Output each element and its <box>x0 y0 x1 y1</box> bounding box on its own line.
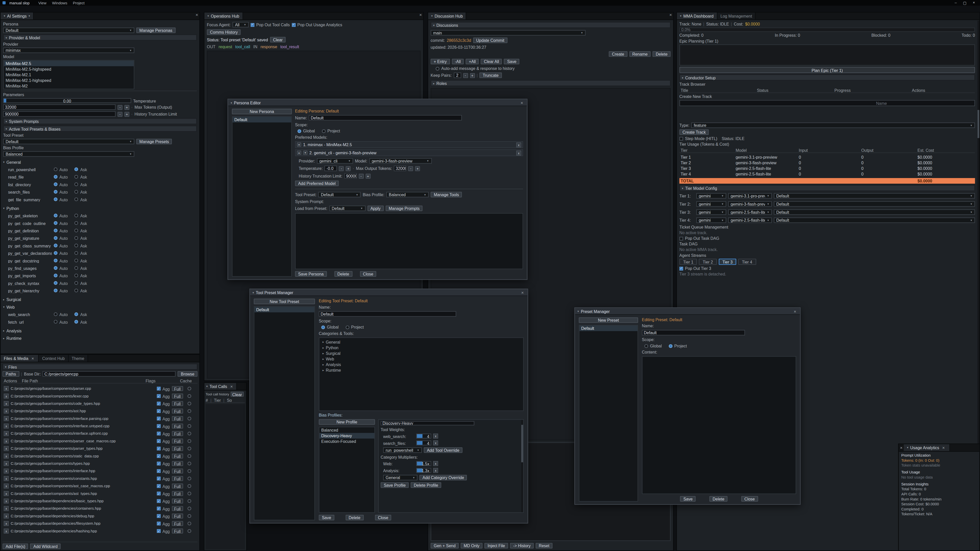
category-row[interactable]: ▸Python <box>321 345 522 351</box>
new-profile-button[interactable]: New Profile <box>319 419 375 425</box>
decrement-button[interactable]: - <box>408 166 414 171</box>
decrement-button[interactable]: - <box>118 111 123 117</box>
agg-checkbox[interactable] <box>157 484 161 488</box>
tier-preset-select[interactable]: Default▼ <box>774 193 975 199</box>
auto-radio[interactable] <box>54 236 58 240</box>
comms-history-button[interactable]: Comms History <box>207 29 241 35</box>
manage-tools-button[interactable]: Manage Tools <box>431 192 462 197</box>
epic-planning-input[interactable] <box>679 44 975 65</box>
remove-file-button[interactable]: x <box>4 424 9 429</box>
agg-checkbox[interactable] <box>157 424 161 428</box>
conductor-setup-section[interactable]: ▾Conductor Setup <box>679 74 975 80</box>
ask-radio[interactable] <box>75 244 78 248</box>
agg-checkbox[interactable] <box>157 469 161 473</box>
increment-button[interactable]: + <box>470 73 475 78</box>
full-flag-button[interactable]: Full <box>172 394 183 399</box>
browse-button[interactable]: Browse <box>178 371 197 377</box>
bias-profile-item[interactable]: Discovery-Heavy <box>319 433 374 438</box>
ask-radio[interactable] <box>75 274 78 278</box>
agg-checkbox[interactable] <box>157 492 161 495</box>
tool-group-surgical[interactable]: ▸Surgical <box>3 297 197 302</box>
create-discussion-button[interactable]: Create <box>609 51 627 57</box>
composer-button[interactable]: Inject File <box>484 543 508 548</box>
menu-item[interactable]: Project <box>73 1 85 5</box>
model-option[interactable]: MiniMax-M2.5-highspeed <box>4 66 134 72</box>
system-prompts-section[interactable]: ▾System Prompts <box>3 118 197 124</box>
move-down-button[interactable]: ▾ <box>297 142 301 147</box>
full-flag-button[interactable]: Full <box>172 521 183 526</box>
auto-radio[interactable] <box>54 266 58 270</box>
base-dir-input[interactable]: C:/projects/gencpp <box>43 371 176 377</box>
category-row[interactable]: ▸Runtime <box>321 367 522 373</box>
tab-usage-analytics[interactable]: ▾ Usage Analytics × <box>904 444 950 451</box>
agg-checkbox[interactable] <box>157 402 161 406</box>
agg-checkbox[interactable] <box>157 522 161 526</box>
tier-model-select[interactable]: gemini-3.1-pro-preview▼ <box>728 193 772 199</box>
remove-file-button[interactable]: x <box>4 499 9 503</box>
pop-out-tool-calls-checkbox[interactable] <box>251 23 255 27</box>
roles-section[interactable]: ▸Roles <box>431 80 670 86</box>
ask-radio[interactable] <box>75 175 78 179</box>
increment-button[interactable]: + <box>415 166 420 171</box>
remove-file-button[interactable]: x <box>4 513 9 519</box>
entry-button[interactable]: Save <box>504 59 520 64</box>
remove-file-button[interactable]: x <box>4 521 9 526</box>
remove-file-button[interactable]: x <box>4 394 9 399</box>
tool-preset-select[interactable]: Default▼ <box>318 192 361 197</box>
provider-select[interactable]: minimax▼ <box>3 48 134 53</box>
close-icon[interactable]: × <box>30 356 35 360</box>
discussion-select[interactable]: main▼ <box>431 30 585 36</box>
add-wildcard-button[interactable]: Add Wildcard <box>30 544 61 549</box>
model-option[interactable]: MiniMax-M2.5 <box>4 61 134 66</box>
bias-profile-item[interactable]: Execution-Focused <box>319 438 374 444</box>
ask-radio[interactable] <box>75 281 78 285</box>
plan-epic-button[interactable]: Plan Epic (Tier 1) <box>679 67 975 73</box>
remove-file-button[interactable]: x <box>4 506 9 511</box>
model-option[interactable]: MiniMax-M2.1 <box>4 72 134 78</box>
scrollbar-thumb[interactable] <box>977 110 979 138</box>
max-output-tokens-input[interactable]: 32000 <box>394 165 406 171</box>
close-button[interactable]: × <box>973 0 975 5</box>
tab-log-management[interactable]: Log Management <box>718 13 756 19</box>
scope-project-radio[interactable] <box>345 325 349 329</box>
create-track-button[interactable]: Create Track <box>679 129 709 135</box>
category-row[interactable]: ▸Surgical <box>321 351 522 356</box>
composer-button[interactable]: MD Only <box>461 543 483 548</box>
multiplier-slider[interactable]: 1.3x <box>416 468 431 473</box>
close-icon[interactable]: × <box>194 13 199 19</box>
manage-presets-button[interactable]: Manage Presets <box>136 139 172 144</box>
tier-model-config-section[interactable]: ▾Tier Model Config <box>679 185 975 191</box>
profile-name-input[interactable]: Discovery-Heavy <box>380 421 474 426</box>
composer-button[interactable]: Gen + Send <box>431 543 458 548</box>
entry-button[interactable]: + Entry <box>431 59 450 64</box>
add-preferred-model-button[interactable]: Add Preferred Model <box>295 181 339 186</box>
bias-profile-item[interactable]: Balanced <box>319 427 374 433</box>
remove-override-button[interactable]: x <box>433 433 438 439</box>
delete-profile-button[interactable]: Delete Profile <box>410 483 441 488</box>
auto-radio[interactable] <box>54 214 58 218</box>
increment-button[interactable]: + <box>124 111 129 117</box>
remove-file-button[interactable]: x <box>4 401 9 406</box>
full-flag-button[interactable]: Full <box>172 454 183 459</box>
auto-radio[interactable] <box>54 229 58 232</box>
scope-global-radio[interactable] <box>644 344 648 348</box>
multiplier-slider[interactable]: 1.5x <box>416 461 431 466</box>
add-files-button[interactable]: Add File(s) <box>3 544 28 549</box>
tier-provider-select[interactable]: gemini▼ <box>696 218 726 223</box>
remove-file-button[interactable]: x <box>4 438 9 444</box>
remove-file-button[interactable]: x <box>4 476 9 481</box>
maximize-button[interactable]: ▢ <box>963 0 966 5</box>
pop-out-tier-checkbox[interactable] <box>679 266 683 270</box>
tool-group-analysis[interactable]: ▸Analysis <box>3 328 197 333</box>
scrollbar-thumb[interactable] <box>521 425 523 462</box>
track-type-select[interactable]: feature▼ <box>691 122 975 128</box>
delete-persona-button[interactable]: Delete <box>334 271 352 277</box>
auto-radio[interactable] <box>54 183 58 186</box>
paths-tab[interactable]: Paths <box>3 371 19 377</box>
remove-file-button[interactable]: x <box>4 446 9 451</box>
full-flag-button[interactable]: Full <box>172 424 183 429</box>
tier-stream-tab[interactable]: Tier 4 <box>738 259 756 265</box>
clear-status-button[interactable]: Clear <box>270 37 286 42</box>
tool-group-web[interactable]: ▾Web <box>3 304 197 310</box>
increment-button[interactable]: + <box>124 105 129 110</box>
